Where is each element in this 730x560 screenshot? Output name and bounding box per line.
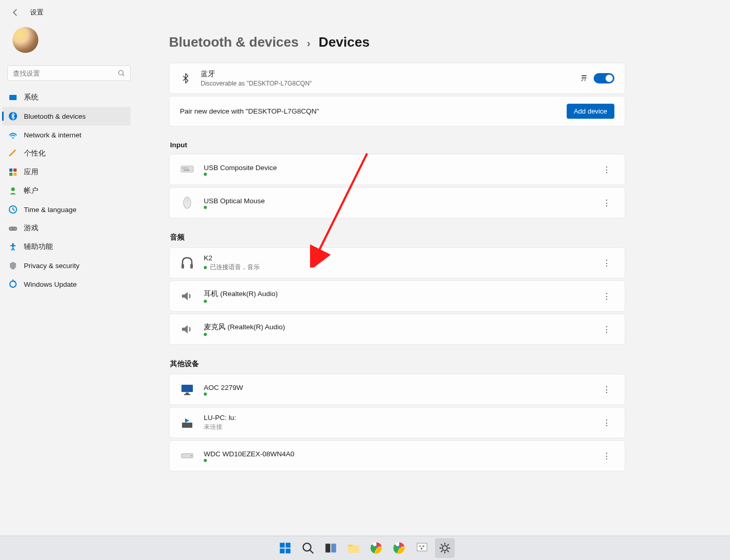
sidebar-item-label: 个性化	[24, 149, 46, 158]
svg-point-47	[420, 548, 423, 550]
sidebar-item-label: 辅助功能	[24, 242, 53, 251]
svg-rect-35	[286, 549, 290, 553]
sidebar-item-label: Network & internet	[24, 131, 81, 139]
sidebar-item-apps[interactable]: 应用	[2, 163, 131, 181]
sidebar-item-label: Windows Update	[24, 281, 77, 288]
svg-rect-20	[184, 170, 190, 171]
svg-rect-33	[286, 543, 290, 548]
sidebar-item-label: 系统	[24, 93, 38, 102]
user-avatar[interactable]	[12, 27, 38, 53]
more-options-button[interactable]: ⋮	[599, 195, 614, 211]
taskbar	[0, 536, 730, 560]
add-device-button[interactable]: Add device	[567, 104, 614, 119]
device-name: K2	[204, 254, 599, 262]
sidebar-item-account[interactable]: 帐户	[2, 181, 131, 200]
system-icon	[8, 93, 18, 102]
sidebar-item-personalize[interactable]: 个性化	[2, 144, 131, 163]
sidebar: 系统Bluetooth & devicesNetwork & internet个…	[2, 88, 131, 293]
svg-rect-34	[280, 549, 285, 553]
svg-rect-4	[9, 169, 12, 172]
sidebar-item-gaming[interactable]: 游戏	[2, 219, 131, 237]
taskbar-search[interactable]	[298, 538, 318, 558]
privacy-icon	[8, 261, 18, 270]
sidebar-item-bluetooth[interactable]: Bluetooth & devices	[2, 107, 131, 125]
more-options-button[interactable]: ⋮	[599, 382, 614, 397]
status-dot	[204, 266, 207, 269]
sidebar-item-system[interactable]: 系统	[2, 88, 131, 107]
status-dot	[204, 459, 207, 462]
bluetooth-card[interactable]: 蓝牙 Discoverable as "DESKTOP-L7G8CQN" 开	[169, 63, 625, 94]
device-card[interactable]: USB Optical Mouse⋮	[169, 187, 625, 218]
taskbar-start[interactable]	[275, 538, 295, 558]
svg-rect-17	[184, 167, 185, 169]
search-input[interactable]	[13, 69, 118, 77]
device-card[interactable]: K2已连接语音，音乐⋮	[169, 247, 625, 278]
sidebar-item-label: Time & language	[24, 206, 77, 214]
sidebar-item-label: Privacy & security	[24, 262, 79, 270]
more-options-button[interactable]: ⋮	[599, 162, 614, 177]
more-options-button[interactable]: ⋮	[599, 288, 614, 304]
monitor-icon	[180, 382, 194, 397]
device-card[interactable]: USB Composite Device⋮	[169, 154, 625, 185]
sidebar-item-accessibility[interactable]: 辅助功能	[2, 237, 131, 256]
device-name: USB Composite Device	[204, 164, 599, 172]
mouse-icon	[180, 195, 194, 210]
section-header: 其他设备	[170, 359, 625, 369]
svg-rect-23	[181, 264, 184, 269]
device-card[interactable]: 麦克风 (Realtek(R) Audio)⋮	[169, 314, 625, 345]
taskbar-taskview[interactable]	[321, 538, 341, 558]
device-name: AOC 2279W	[204, 384, 599, 391]
breadcrumb: Bluetooth & devices › Devices	[169, 34, 625, 50]
gaming-icon	[8, 223, 18, 233]
taskbar-explorer[interactable]	[344, 538, 363, 558]
svg-rect-24	[190, 264, 193, 269]
sidebar-item-privacy[interactable]: Privacy & security	[2, 256, 131, 275]
pair-device-text: Pair new device with "DESKTOP-L7G8CQN"	[180, 107, 319, 115]
breadcrumb-parent[interactable]: Bluetooth & devices	[169, 34, 299, 50]
taskbar-chrome1[interactable]	[367, 538, 386, 558]
device-card[interactable]: 耳机 (Realtek(R) Audio)⋮	[169, 281, 625, 312]
taskbar-paint[interactable]	[412, 538, 432, 558]
svg-rect-5	[13, 169, 17, 172]
svg-rect-37	[326, 544, 330, 553]
search-box[interactable]	[7, 65, 131, 81]
bluetooth-icon	[180, 73, 191, 84]
sidebar-item-label: 应用	[24, 167, 38, 177]
personalize-icon	[8, 149, 18, 158]
chevron-right-icon: ›	[307, 37, 311, 49]
apps-icon	[8, 167, 18, 177]
svg-point-12	[15, 228, 16, 229]
pair-device-card: Pair new device with "DESKTOP-L7G8CQN" A…	[169, 96, 625, 127]
svg-point-14	[10, 281, 16, 287]
svg-point-0	[119, 71, 123, 75]
sidebar-item-time[interactable]: Time & language	[2, 200, 131, 219]
svg-rect-27	[184, 394, 190, 395]
sidebar-item-update[interactable]: Windows Update	[2, 275, 131, 293]
bluetooth-toggle[interactable]	[594, 73, 614, 83]
svg-point-8	[11, 188, 15, 191]
bluetooth-title: 蓝牙	[201, 69, 581, 79]
status-dot	[204, 173, 207, 176]
bluetooth-subtitle: Discoverable as "DESKTOP-L7G8CQN"	[201, 80, 581, 87]
svg-rect-10	[9, 227, 17, 231]
back-button[interactable]	[10, 7, 21, 18]
taskbar-chrome2[interactable]	[389, 538, 409, 558]
more-options-button[interactable]: ⋮	[599, 415, 614, 430]
svg-rect-44	[417, 543, 427, 551]
device-card[interactable]: LU-PC: lu:未连接⋮	[169, 407, 625, 438]
device-card[interactable]: AOC 2279W⋮	[169, 374, 625, 405]
device-card[interactable]: WDC WD10EZEX-08WN4A0⋮	[169, 440, 625, 471]
section-header: Input	[170, 141, 625, 149]
section-header: 音频	[170, 233, 625, 242]
more-options-button[interactable]: ⋮	[599, 448, 614, 464]
sidebar-item-wifi[interactable]: Network & internet	[2, 125, 131, 144]
status-dot	[204, 206, 207, 209]
more-options-button[interactable]: ⋮	[599, 321, 614, 337]
sidebar-item-label: Bluetooth & devices	[24, 113, 86, 120]
taskbar-settings[interactable]	[435, 538, 455, 558]
breadcrumb-current: Devices	[319, 34, 370, 50]
svg-rect-26	[186, 393, 189, 394]
search-icon	[118, 69, 125, 77]
svg-point-45	[419, 545, 421, 547]
more-options-button[interactable]: ⋮	[599, 255, 614, 271]
